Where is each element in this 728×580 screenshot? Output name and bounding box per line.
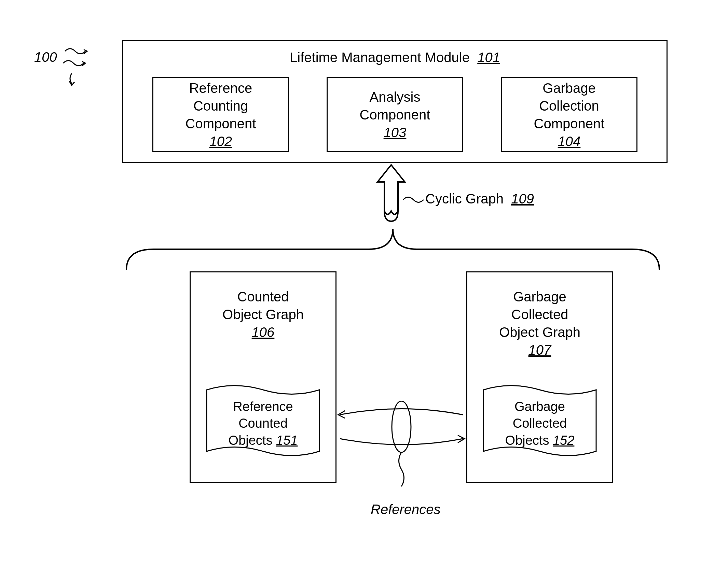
module-title: Lifetime Management Module 101 bbox=[123, 50, 667, 65]
comp-num: 102 bbox=[209, 132, 232, 150]
comp-line: Component bbox=[534, 115, 605, 132]
comp-line: Garbage bbox=[542, 79, 596, 97]
curly-brace-icon bbox=[120, 225, 673, 273]
doc-line: Objects 152 bbox=[484, 432, 595, 449]
comp-num: 104 bbox=[558, 132, 581, 150]
analysis-component: Analysis Component 103 bbox=[327, 77, 463, 152]
module-title-num: 101 bbox=[477, 50, 500, 65]
graph-title: Garbage Collected Object Graph 107 bbox=[499, 288, 580, 359]
counted-object-graph: Counted Object Graph 106 Reference Count… bbox=[190, 271, 336, 483]
title-line: Garbage bbox=[499, 288, 580, 306]
title-line: Object Graph bbox=[499, 323, 580, 341]
bottom-graphs: Counted Object Graph 106 Reference Count… bbox=[190, 271, 613, 483]
components-row: Reference Counting Component 102 Analysi… bbox=[123, 77, 667, 152]
figure-number: 100 bbox=[34, 49, 57, 65]
comp-line: Reference bbox=[189, 79, 252, 97]
title-line: Counted bbox=[222, 288, 304, 306]
cyclic-text: Cyclic Graph bbox=[425, 191, 504, 206]
doc-line: Counted bbox=[208, 415, 318, 432]
references-arrows-icon bbox=[336, 401, 466, 490]
cyclic-graph-label: Cyclic Graph 109 bbox=[425, 191, 534, 207]
garbage-collected-objects-doc: Garbage Collected Objects 152 bbox=[482, 380, 598, 462]
title-line: Object Graph bbox=[222, 306, 304, 323]
doc-line: Garbage bbox=[484, 398, 595, 415]
title-line: Collected bbox=[499, 306, 580, 323]
comp-num: 103 bbox=[384, 124, 407, 141]
squiggle-icon bbox=[61, 44, 102, 92]
comp-line: Component bbox=[360, 106, 430, 124]
graph-num: 106 bbox=[222, 323, 304, 341]
doc-line: Reference bbox=[208, 398, 318, 415]
doc-label: Reference Counted Objects 151 bbox=[205, 398, 321, 449]
reference-counted-objects-doc: Reference Counted Objects 151 bbox=[205, 380, 321, 462]
doc-label: Garbage Collected Objects 152 bbox=[482, 398, 598, 449]
reference-counting-component: Reference Counting Component 102 bbox=[152, 77, 289, 152]
comp-line: Analysis bbox=[370, 88, 421, 106]
doc-line: Collected bbox=[484, 415, 595, 432]
module-title-text: Lifetime Management Module bbox=[290, 50, 470, 65]
comp-line: Collection bbox=[539, 97, 599, 115]
graph-title: Counted Object Graph 106 bbox=[222, 288, 304, 341]
squiggle-connector-icon bbox=[401, 191, 425, 208]
garbage-collection-component: Garbage Collection Component 104 bbox=[501, 77, 637, 152]
comp-line: Counting bbox=[193, 97, 248, 115]
garbage-collected-object-graph: Garbage Collected Object Graph 107 Garba… bbox=[466, 271, 613, 483]
comp-line: Component bbox=[186, 115, 256, 132]
graph-num: 107 bbox=[499, 341, 580, 359]
references-label: References bbox=[371, 502, 441, 517]
cyclic-num: 109 bbox=[511, 191, 534, 206]
doc-line: Objects 151 bbox=[208, 432, 318, 449]
lifetime-management-module: Lifetime Management Module 101 Reference… bbox=[122, 40, 668, 163]
